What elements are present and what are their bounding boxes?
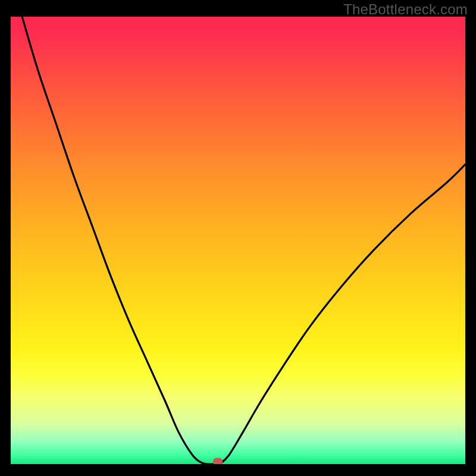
minimum-marker [213,458,223,465]
watermark-text: TheBottleneck.com [343,1,468,18]
bottleneck-curve [11,17,465,464]
chart-frame: TheBottleneck.com [0,0,476,476]
plot-area [11,17,465,464]
